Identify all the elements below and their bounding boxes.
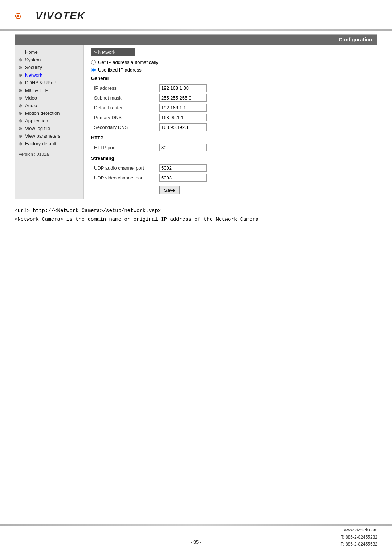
ip-address-input[interactable] bbox=[159, 84, 207, 92]
sidebar-item-audio[interactable]: ⊕ Audio bbox=[15, 102, 83, 109]
viewlog-icon: ⊕ bbox=[19, 126, 24, 131]
svg-point-2 bbox=[17, 15, 19, 17]
http-port-cell bbox=[156, 143, 370, 153]
sidebar-item-label: Audio bbox=[25, 103, 37, 108]
sidebar-item-network[interactable]: ⊕ Network bbox=[15, 71, 83, 79]
subnet-mask-cell bbox=[156, 93, 370, 103]
table-row: Subnet mask bbox=[91, 93, 370, 103]
audio-icon: ⊕ bbox=[19, 103, 24, 108]
desc-line: <Network Camera> is the domain name or o… bbox=[15, 215, 377, 224]
config-header: Configuration bbox=[15, 35, 377, 45]
sidebar-item-viewparams[interactable]: ⊕ View parameters bbox=[15, 132, 83, 140]
udp-audio-cell bbox=[156, 163, 370, 173]
sidebar-item-mail-ftp[interactable]: ⊕ Mail & FTP bbox=[15, 86, 83, 94]
sidebar-item-label: Factory default bbox=[25, 141, 56, 146]
application-icon: ⊕ bbox=[19, 118, 24, 123]
network-title: > Network bbox=[91, 48, 135, 56]
network-icon: ⊕ bbox=[19, 73, 24, 78]
udp-video-label: UDP video channel port bbox=[91, 173, 156, 183]
fax: F: 886-2-82455532 bbox=[340, 541, 377, 548]
security-icon: ⊕ bbox=[19, 65, 24, 70]
http-section-label: HTTP bbox=[91, 135, 370, 141]
sidebar-item-factory[interactable]: ⊕ Factory default bbox=[15, 140, 83, 147]
bottom-divider bbox=[0, 524, 392, 526]
ddns-icon: ⊕ bbox=[19, 80, 24, 85]
sidebar: Home ⊕ System ⊕ Security ⊕ Network ⊕ DDN… bbox=[15, 45, 84, 199]
primary-dns-label: Primary DNS bbox=[91, 113, 156, 122]
streaming-section-label: Streaming bbox=[91, 155, 370, 161]
secondary-dns-label: Secondary DNS bbox=[91, 122, 156, 132]
http-port-input[interactable] bbox=[159, 144, 207, 151]
sidebar-item-label: Network bbox=[25, 72, 42, 78]
logo-icon bbox=[15, 9, 33, 23]
table-row: IP address bbox=[91, 83, 370, 93]
fixed-ip-label: Use fixed IP address bbox=[98, 67, 142, 73]
table-row: Secondary DNS bbox=[91, 122, 370, 132]
motion-icon: ⊕ bbox=[19, 111, 24, 116]
ip-address-label: IP address bbox=[91, 83, 156, 93]
auto-ip-radio[interactable] bbox=[91, 60, 96, 65]
subnet-mask-input[interactable] bbox=[159, 94, 207, 102]
system-icon: ⊕ bbox=[19, 57, 24, 62]
subnet-mask-label: Subnet mask bbox=[91, 93, 156, 103]
sidebar-item-label: Video bbox=[25, 95, 37, 101]
table-row: Save bbox=[91, 183, 370, 195]
udp-video-input[interactable] bbox=[159, 174, 207, 182]
network-panel: > Network Get IP address automatically U… bbox=[84, 45, 377, 199]
ip-address-cell bbox=[156, 83, 370, 93]
primary-dns-input[interactable] bbox=[159, 114, 207, 121]
top-divider bbox=[0, 29, 392, 31]
svg-marker-3 bbox=[15, 14, 16, 18]
config-box: Configuration Home ⊕ System ⊕ Security ⊕ bbox=[15, 34, 377, 199]
logo-area: VIVOTEK bbox=[15, 9, 85, 23]
table-row: Primary DNS bbox=[91, 113, 370, 122]
sidebar-item-security[interactable]: ⊕ Security bbox=[15, 64, 83, 71]
description-area: <url> http://<Network Camera>/setup/netw… bbox=[15, 207, 377, 224]
sidebar-item-ddns[interactable]: ⊕ DDNS & UPnP bbox=[15, 79, 83, 86]
general-section-label: General bbox=[91, 76, 370, 81]
http-form-table: HTTP port bbox=[91, 143, 370, 153]
sidebar-item-system[interactable]: ⊕ System bbox=[15, 56, 83, 64]
udp-audio-label: UDP audio channel port bbox=[91, 163, 156, 173]
sidebar-item-home[interactable]: Home bbox=[15, 48, 83, 56]
save-cell-empty bbox=[91, 183, 156, 195]
default-router-input[interactable] bbox=[159, 104, 207, 112]
sidebar-item-label: Motion detection bbox=[25, 110, 60, 116]
sidebar-item-motion[interactable]: ⊕ Motion detection bbox=[15, 109, 83, 117]
website: www.vivotek.com bbox=[340, 527, 377, 534]
auto-ip-label: Get IP address automatically bbox=[98, 60, 158, 65]
header: VIVOTEK bbox=[0, 0, 392, 29]
table-row: UDP video channel port bbox=[91, 173, 370, 183]
udp-video-cell bbox=[156, 173, 370, 183]
contact-info: www.vivotek.com T: 886-2-82455282 F: 886… bbox=[340, 527, 377, 548]
sidebar-item-label: View log file bbox=[25, 126, 50, 131]
viewparams-icon: ⊕ bbox=[19, 134, 24, 139]
sidebar-item-video[interactable]: ⊕ Video bbox=[15, 94, 83, 102]
http-port-label: HTTP port bbox=[91, 143, 156, 153]
sidebar-item-label: Application bbox=[25, 118, 48, 123]
auto-ip-row: Get IP address automatically bbox=[91, 60, 370, 65]
sidebar-item-label: DDNS & UPnP bbox=[25, 80, 57, 85]
url-line: <url> http://<Network Camera>/setup/netw… bbox=[15, 207, 377, 215]
logo-text: VIVOTEK bbox=[36, 10, 85, 22]
primary-dns-cell bbox=[156, 113, 370, 122]
sidebar-version: Version : 0101a bbox=[15, 149, 83, 160]
table-row: Default router bbox=[91, 103, 370, 113]
save-button[interactable]: Save bbox=[159, 186, 180, 194]
save-cell: Save bbox=[156, 183, 370, 195]
fixed-ip-radio[interactable] bbox=[91, 68, 96, 72]
secondary-dns-input[interactable] bbox=[159, 123, 207, 131]
sidebar-item-viewlog[interactable]: ⊕ View log file bbox=[15, 125, 83, 132]
sidebar-item-application[interactable]: ⊕ Application bbox=[15, 117, 83, 125]
default-router-label: Default router bbox=[91, 103, 156, 113]
general-form-table: IP address Subnet mask Default router bbox=[91, 83, 370, 132]
sidebar-item-label: Home bbox=[25, 49, 38, 55]
phone: T: 886-2-82455282 bbox=[340, 534, 377, 541]
sidebar-item-label: View parameters bbox=[25, 133, 60, 139]
default-router-cell bbox=[156, 103, 370, 113]
udp-audio-input[interactable] bbox=[159, 164, 207, 172]
table-row: UDP audio channel port bbox=[91, 163, 370, 173]
table-row: HTTP port bbox=[91, 143, 370, 153]
sidebar-item-label: System bbox=[25, 57, 41, 62]
main-content: Configuration Home ⊕ System ⊕ Security ⊕ bbox=[0, 34, 392, 224]
